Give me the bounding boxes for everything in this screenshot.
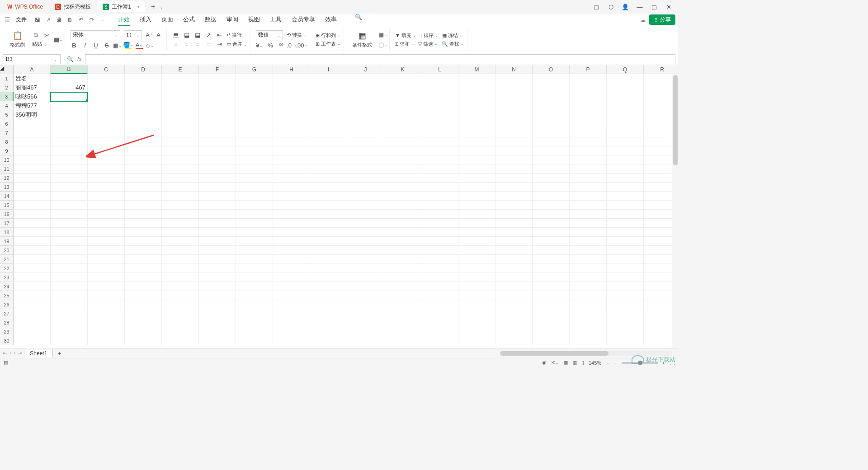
tab-tools[interactable]: 工具 bbox=[270, 14, 282, 26]
cell-K3[interactable] bbox=[384, 92, 421, 101]
cell-F12[interactable] bbox=[199, 174, 236, 183]
cell-I10[interactable] bbox=[310, 155, 347, 164]
cell-A9[interactable] bbox=[14, 146, 51, 155]
cell-E15[interactable] bbox=[162, 201, 199, 210]
status-indicator-icon[interactable]: ▤ bbox=[4, 360, 8, 366]
cell-B14[interactable] bbox=[51, 192, 88, 201]
cell-O18[interactable] bbox=[533, 228, 570, 237]
indent-dec-icon[interactable]: ⇤ bbox=[216, 32, 223, 39]
cell-N3[interactable] bbox=[495, 92, 533, 101]
cell-G13[interactable] bbox=[236, 183, 273, 192]
cell-I12[interactable] bbox=[310, 174, 347, 183]
cell-O6[interactable] bbox=[533, 119, 570, 128]
cell-I15[interactable] bbox=[310, 201, 347, 210]
cell-Q9[interactable] bbox=[607, 146, 644, 155]
cell-A19[interactable] bbox=[14, 237, 51, 246]
cell-K22[interactable] bbox=[384, 264, 421, 273]
cell-A7[interactable] bbox=[14, 128, 51, 137]
cell-N16[interactable] bbox=[495, 210, 533, 219]
cell-E9[interactable] bbox=[162, 146, 199, 155]
cell-B11[interactable] bbox=[51, 164, 88, 174]
cell-K12[interactable] bbox=[384, 174, 421, 183]
cell-M7[interactable] bbox=[458, 128, 495, 137]
cell-D7[interactable] bbox=[125, 128, 162, 137]
indent-inc-icon[interactable]: ⇥ bbox=[216, 41, 223, 48]
cell-I7[interactable] bbox=[310, 128, 347, 137]
cell-B27[interactable] bbox=[51, 309, 88, 318]
cell-O27[interactable] bbox=[533, 309, 570, 318]
cell-J7[interactable] bbox=[347, 128, 384, 137]
cell-K4[interactable] bbox=[384, 101, 421, 110]
cell-J29[interactable] bbox=[347, 327, 384, 336]
cell-B2[interactable]: 467 bbox=[51, 83, 88, 92]
fill-button[interactable]: ▼填充⌄ bbox=[395, 32, 416, 39]
col-header-C[interactable]: C bbox=[88, 65, 125, 74]
cell-O12[interactable] bbox=[533, 174, 570, 183]
cell-C3[interactable] bbox=[88, 92, 125, 101]
cell-E13[interactable] bbox=[162, 183, 199, 192]
cell-O29[interactable] bbox=[533, 327, 570, 336]
cell-P21[interactable] bbox=[570, 255, 607, 264]
cell-N23[interactable] bbox=[495, 273, 533, 282]
cell-G7[interactable] bbox=[236, 128, 273, 137]
col-header-G[interactable]: G bbox=[236, 65, 273, 74]
cell-C15[interactable] bbox=[88, 201, 125, 210]
cell-Q22[interactable] bbox=[607, 264, 644, 273]
cell-Q2[interactable] bbox=[607, 83, 644, 92]
row-header-28[interactable]: 28 bbox=[0, 318, 14, 327]
strike-button[interactable]: S bbox=[103, 42, 110, 49]
sheet-next-icon[interactable]: › bbox=[14, 350, 16, 356]
col-header-Q[interactable]: Q bbox=[607, 65, 644, 74]
cell-H22[interactable] bbox=[273, 264, 310, 273]
cell-G16[interactable] bbox=[236, 210, 273, 219]
cell-C17[interactable] bbox=[88, 219, 125, 228]
cell-O20[interactable] bbox=[533, 246, 570, 255]
tab-page[interactable]: 页面 bbox=[161, 14, 173, 26]
cell-E6[interactable] bbox=[162, 119, 199, 128]
formula-input[interactable] bbox=[85, 54, 675, 64]
row-header-4[interactable]: 4 bbox=[0, 101, 14, 110]
cell-M9[interactable] bbox=[458, 146, 495, 155]
cell-O4[interactable] bbox=[533, 101, 570, 110]
freeze-button[interactable]: ▦冻结⌄ bbox=[442, 32, 463, 39]
cell-I18[interactable] bbox=[310, 228, 347, 237]
cell-K7[interactable] bbox=[384, 128, 421, 137]
cell-F24[interactable] bbox=[199, 282, 236, 291]
close-window-icon[interactable]: ✕ bbox=[665, 3, 673, 11]
cell-K9[interactable] bbox=[384, 146, 421, 155]
cell-L8[interactable] bbox=[421, 137, 458, 146]
cell-L1[interactable] bbox=[421, 74, 458, 83]
cell-G6[interactable] bbox=[236, 119, 273, 128]
align-bottom-icon[interactable]: ⬓ bbox=[194, 32, 201, 39]
copy-icon[interactable]: ⧉ bbox=[32, 32, 39, 39]
zoom-fx-icon[interactable]: 🔍 bbox=[67, 56, 74, 62]
cell-I26[interactable] bbox=[310, 300, 347, 309]
row-header-19[interactable]: 19 bbox=[0, 237, 14, 246]
sheet-prev-icon[interactable]: ‹ bbox=[9, 350, 11, 356]
tab-review[interactable]: 审阅 bbox=[226, 14, 238, 26]
cell-N13[interactable] bbox=[495, 183, 533, 192]
cell-A26[interactable] bbox=[14, 300, 51, 309]
cell-H9[interactable] bbox=[273, 146, 310, 155]
scroll-thumb[interactable] bbox=[673, 75, 678, 165]
cell-H17[interactable] bbox=[273, 219, 310, 228]
cell-H28[interactable] bbox=[273, 318, 310, 327]
cell-D15[interactable] bbox=[125, 201, 162, 210]
col-header-L[interactable]: L bbox=[421, 65, 458, 74]
cell-B21[interactable] bbox=[51, 255, 88, 264]
convert-button[interactable]: ⟲转换⌄ bbox=[287, 32, 307, 38]
cell-D1[interactable] bbox=[125, 74, 162, 83]
cell-L22[interactable] bbox=[421, 264, 458, 273]
cell-K8[interactable] bbox=[384, 137, 421, 146]
cell-J22[interactable] bbox=[347, 264, 384, 273]
cell-O14[interactable] bbox=[533, 192, 570, 201]
cell-C30[interactable] bbox=[88, 336, 125, 345]
cell-J2[interactable] bbox=[347, 83, 384, 92]
cell-I27[interactable] bbox=[310, 309, 347, 318]
cell-C1[interactable] bbox=[88, 74, 125, 83]
cell-G30[interactable] bbox=[236, 336, 273, 345]
tab-template[interactable]: D 找稻壳模板 bbox=[49, 1, 96, 12]
row-header-7[interactable]: 7 bbox=[0, 128, 14, 137]
redo-icon[interactable]: ↷ bbox=[88, 17, 95, 23]
row-header-25[interactable]: 25 bbox=[0, 291, 14, 300]
